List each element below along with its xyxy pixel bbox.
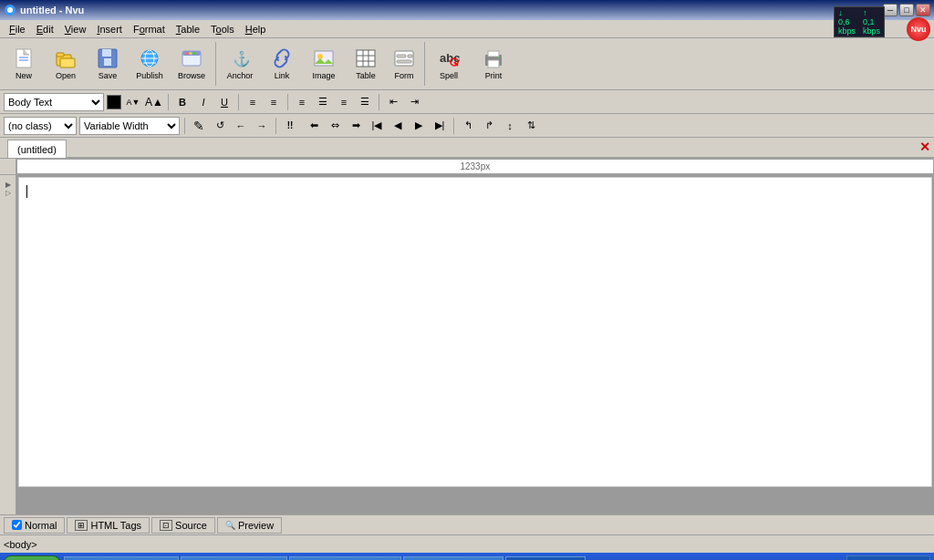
browse-button[interactable]: Browse — [171, 40, 212, 88]
italic-button[interactable]: I — [194, 93, 213, 111]
taskbar-item-mobile[interactable]: 📊 Mobile Data Monitor... — [64, 556, 179, 560]
preview-icon: 🔍 — [225, 521, 235, 530]
nav-btn3[interactable]: ▶ — [410, 117, 428, 135]
tab-area: (untitled) ✕ — [0, 138, 934, 159]
close-button[interactable]: ✕ — [916, 4, 930, 16]
normal-tab[interactable]: Normal — [4, 517, 65, 534]
spell-button[interactable]: abc Spell — [429, 40, 469, 88]
align-left2-button[interactable]: ⬅ — [305, 117, 323, 135]
menu-tools[interactable]: Tools — [205, 22, 240, 36]
align-left-button[interactable]: ≡ — [293, 93, 311, 111]
taskbar-item-notepad[interactable]: 📝 Untitled - Notepad — [403, 556, 503, 560]
html-tags-icon: ⊞ — [75, 520, 88, 531]
form-icon — [393, 47, 415, 69]
editor-page[interactable]: @keyframes blink { 0%,100%{opacity:1} 50… — [18, 177, 932, 487]
publish-icon — [139, 47, 161, 69]
color-swatch[interactable] — [107, 95, 121, 109]
align-center-button[interactable]: ☰ — [314, 93, 332, 111]
form-button[interactable]: Form — [388, 40, 420, 88]
outdent2-button[interactable]: ↱ — [480, 117, 498, 135]
svg-rect-9 — [102, 49, 111, 57]
menu-file[interactable]: File — [4, 22, 31, 36]
decrease-font-button[interactable]: A▼ — [124, 93, 142, 111]
publish-label: Publish — [136, 71, 163, 80]
refresh-button[interactable]: ↺ — [211, 117, 229, 135]
svg-point-1 — [7, 7, 13, 13]
toolbar-separator-2 — [424, 42, 425, 86]
align-center2-button[interactable]: ⇔ — [326, 117, 344, 135]
new-label: New — [16, 71, 32, 80]
menu-insert[interactable]: Insert — [91, 22, 128, 36]
menu-view[interactable]: View — [59, 22, 92, 36]
align-justify-button[interactable]: ☰ — [356, 93, 374, 111]
taskbar-item-nvu[interactable]: 🌐 untitled - Nvu — [505, 556, 586, 560]
class-select[interactable]: (no class) — [4, 117, 77, 135]
style-select[interactable]: Body Text — [4, 93, 104, 111]
source-tab[interactable]: ⊡ Source — [151, 517, 215, 534]
indent-button[interactable]: ⇥ — [405, 93, 423, 111]
increase-font-button[interactable]: A▲ — [145, 93, 163, 111]
taskbar-item-wall[interactable]: 🎵 8. Wal - Langit Bu... — [181, 556, 286, 560]
print-icon — [483, 47, 504, 69]
extra-btn2[interactable]: ⇅ — [522, 117, 540, 135]
back-button[interactable]: ← — [232, 117, 250, 135]
menu-table[interactable]: Table — [171, 22, 205, 36]
nav-btn4[interactable]: ▶| — [431, 117, 449, 135]
svg-rect-37 — [488, 51, 499, 57]
unordered-list-button[interactable]: ≡ — [244, 93, 262, 111]
underline-button[interactable]: U — [215, 93, 234, 111]
format-bar2: (no class) Variable Width ✎ ↺ ← → !! ⬅ ⇔… — [0, 114, 934, 138]
extra-btn1[interactable]: ↕ — [501, 117, 519, 135]
table-button[interactable]: Table — [346, 40, 386, 88]
open-icon — [55, 47, 77, 69]
open-button[interactable]: Open — [46, 40, 86, 88]
tab-spacer — [67, 140, 934, 158]
edit-mode-button[interactable]: ✎ — [190, 117, 208, 135]
outdent-button[interactable]: ⇤ — [384, 93, 402, 111]
bold2-button[interactable]: !! — [281, 117, 299, 135]
open-label: Open — [56, 71, 76, 80]
menu-format[interactable]: Format — [128, 22, 171, 36]
svg-rect-29 — [395, 51, 413, 66]
taskbar-tray: IN 🔊 📶 11:11 — [846, 555, 930, 560]
fwd-button[interactable]: → — [253, 117, 271, 135]
print-label: Print — [485, 71, 503, 80]
preview-tab[interactable]: 🔍 Preview — [217, 517, 282, 534]
save-button[interactable]: Save — [88, 40, 128, 88]
svg-text:⚓: ⚓ — [233, 50, 251, 67]
link-label: Link — [275, 71, 290, 80]
cursor — [26, 185, 27, 198]
format-sep-8 — [453, 118, 454, 134]
bold-button[interactable]: B — [173, 93, 192, 111]
sidebar-marker: ▶ — [5, 181, 11, 189]
nav-btn2[interactable]: ◀ — [389, 117, 407, 135]
start-button[interactable]: ⊞ start — [4, 555, 60, 560]
taskbar-item-blogger[interactable]: 🌐 Blogger: Arky Porta... — [289, 556, 402, 560]
normal-checkbox[interactable] — [12, 520, 22, 530]
tab-close-button[interactable]: ✕ — [919, 140, 930, 154]
editor-scroll[interactable]: @keyframes blink { 0%,100%{opacity:1} 50… — [16, 175, 934, 514]
svg-rect-36 — [488, 60, 499, 67]
width-select[interactable]: Variable Width — [79, 117, 180, 135]
html-tags-tab[interactable]: ⊞ HTML Tags — [67, 517, 150, 534]
align-right-button[interactable]: ≡ — [335, 93, 353, 111]
nav-btn1[interactable]: |◀ — [368, 117, 386, 135]
publish-button[interactable]: Publish — [130, 40, 170, 88]
link-button[interactable]: Link — [262, 40, 302, 88]
anchor-button[interactable]: ⚓ Anchor — [220, 40, 260, 88]
new-button[interactable]: New — [4, 40, 44, 88]
title-bar-controls: ─ □ ✕ — [883, 4, 930, 16]
ordered-list-button[interactable]: ≡ — [265, 93, 283, 111]
document-tab[interactable]: (untitled) — [7, 140, 67, 158]
image-button[interactable]: Image — [304, 40, 344, 88]
align-right2-button[interactable]: ➡ — [347, 117, 365, 135]
minimize-button[interactable]: ─ — [883, 4, 898, 16]
menu-edit[interactable]: Edit — [31, 22, 59, 36]
ruler: 1233px — [16, 159, 934, 174]
maximize-button[interactable]: □ — [899, 4, 914, 16]
menu-help[interactable]: Help — [240, 22, 272, 36]
print-button[interactable]: Print — [471, 40, 516, 88]
indent2-button[interactable]: ↰ — [459, 117, 477, 135]
svg-rect-31 — [408, 55, 412, 57]
format-sep-3 — [287, 94, 288, 110]
